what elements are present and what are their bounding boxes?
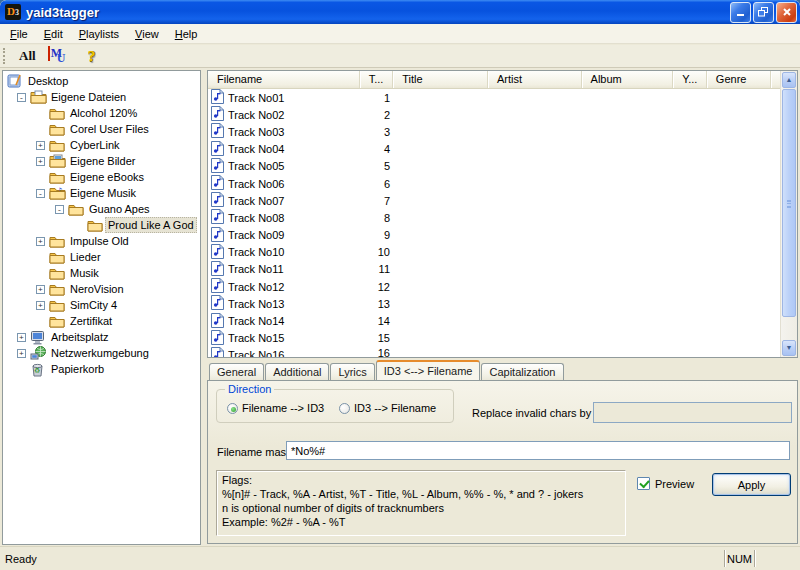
collapse-toggle-icon[interactable]: - (17, 93, 30, 102)
tree-indent (7, 193, 36, 194)
flags-help-line: %[n]# - Track, %A - Artist, %T - Title, … (222, 487, 620, 501)
radio-option-filename-id3[interactable]: Filename --> ID3 (227, 402, 324, 414)
tree-item-impulse-old[interactable]: +Impulse Old (3, 233, 200, 249)
toolbar-grip-handle[interactable] (3, 48, 8, 64)
tree-item-netzwerkumgebung[interactable]: +Netzwerkumgebung (3, 345, 200, 361)
maximize-button[interactable] (753, 2, 774, 23)
file-row-track-no06[interactable]: Track No066 (208, 175, 780, 192)
file-row-track-no16[interactable]: Track No1616 (208, 347, 780, 357)
expand-toggle-icon[interactable]: + (36, 285, 49, 294)
tab-lyrics[interactable]: Lyrics (330, 363, 374, 380)
file-row-track-no15[interactable]: Track No1515 (208, 330, 780, 347)
filename-cell: Track No15 (208, 330, 362, 347)
expand-toggle-icon[interactable]: + (17, 333, 30, 342)
filename-text: Track No01 (224, 92, 284, 104)
tab-additional[interactable]: Additional (265, 363, 329, 380)
radio-button[interactable] (339, 403, 350, 414)
select-all-button[interactable]: All (13, 45, 42, 67)
filename-mask-input[interactable] (286, 441, 790, 460)
menu-playlists[interactable]: Playlists (71, 26, 127, 42)
expand-toggle-icon[interactable]: + (36, 301, 49, 310)
tab-general[interactable]: General (209, 363, 264, 380)
tree-item-eigene-musik[interactable]: -♪Eigene Musik (3, 185, 200, 201)
radio-option-id3-filename[interactable]: ID3 --> Filename (339, 402, 436, 414)
file-row-track-no13[interactable]: Track No1313 (208, 295, 780, 312)
folder-icon (49, 251, 67, 264)
tree-item-proud-like-a-god[interactable]: Proud Like A God (3, 217, 200, 233)
file-row-track-no04[interactable]: Track No044 (208, 141, 780, 158)
tree-item-guano-apes[interactable]: -Guano Apes (3, 201, 200, 217)
title-bar[interactable]: D3 yaid3tagger (0, 0, 800, 24)
apply-button[interactable]: Apply (712, 473, 791, 496)
tree-item-cyberlink[interactable]: +CyberLink (3, 137, 200, 153)
scroll-thumb[interactable] (782, 89, 796, 317)
column-header-title[interactable]: Title (393, 71, 488, 88)
tab-id3-filename[interactable]: ID3 <--> Filename (376, 360, 481, 380)
preview-option[interactable]: Preview (637, 477, 694, 490)
expand-toggle-icon[interactable]: + (36, 157, 49, 166)
tree-item-eigene-bilder[interactable]: +Eigene Bilder (3, 153, 200, 169)
tree-item-papierkorb[interactable]: ♻Papierkorb (3, 361, 200, 377)
column-header-y[interactable]: Y... (673, 71, 707, 88)
tree-item-lieder[interactable]: Lieder (3, 249, 200, 265)
tree-item-arbeitsplatz[interactable]: +Arbeitsplatz (3, 329, 200, 345)
file-row-track-no10[interactable]: Track No1010 (208, 244, 780, 261)
scroll-up-button[interactable]: ▲ (782, 72, 796, 88)
music-tagger-button[interactable]: M U (42, 45, 74, 67)
collapse-toggle-icon[interactable]: - (55, 205, 68, 214)
expand-toggle-icon[interactable]: + (36, 141, 49, 150)
track-number-cell: 4 (362, 143, 396, 155)
column-header-album[interactable]: Album (582, 71, 674, 88)
track-icon (211, 141, 224, 158)
computer-icon (30, 330, 48, 345)
tag-panel: GeneralAdditionalLyricsID3 <--> Filename… (207, 360, 798, 544)
tree-item-corel-user-files[interactable]: Corel User Files (3, 121, 200, 137)
tree-item-musik[interactable]: Musik (3, 265, 200, 281)
tree-item-eigene-ebooks[interactable]: Eigene eBooks (3, 169, 200, 185)
column-header-t[interactable]: T... (360, 71, 394, 88)
column-header-artist[interactable]: Artist (488, 71, 582, 88)
track-number-cell: 11 (362, 263, 396, 275)
file-row-track-no12[interactable]: Track No1212 (208, 278, 780, 295)
minimize-button[interactable] (730, 2, 751, 23)
folder-icon (49, 315, 67, 328)
menu-edit[interactable]: Edit (36, 26, 71, 42)
radio-button[interactable] (227, 403, 238, 414)
file-row-track-no07[interactable]: Track No077 (208, 192, 780, 209)
menu-file[interactable]: File (2, 26, 36, 42)
file-list: FilenameT...TitleArtistAlbumY...Genre Tr… (207, 70, 798, 358)
menu-help[interactable]: Help (167, 26, 206, 42)
tree-item-desktop[interactable]: Desktop (3, 73, 200, 89)
file-row-track-no05[interactable]: Track No055 (208, 158, 780, 175)
tree-item-alcohol-120-[interactable]: Alcohol 120% (3, 105, 200, 121)
track-number-cell: 3 (362, 126, 396, 138)
help-button[interactable]: ? (82, 45, 102, 67)
num-lock-indicator: NUM (724, 550, 754, 567)
close-button[interactable] (776, 2, 797, 23)
vertical-scrollbar[interactable]: ▲ ▼ (780, 71, 797, 357)
tree-item-eigene-dateien[interactable]: -Eigene Dateien (3, 89, 200, 105)
file-row-track-no02[interactable]: Track No022 (208, 106, 780, 123)
scroll-down-button[interactable]: ▼ (782, 340, 796, 356)
menu-view[interactable]: View (127, 26, 167, 42)
filename-cell: Track No04 (208, 141, 362, 158)
tree-item-simcity-4[interactable]: +SimCity 4 (3, 297, 200, 313)
file-row-track-no03[interactable]: Track No033 (208, 123, 780, 140)
expand-toggle-icon[interactable]: + (36, 237, 49, 246)
file-row-track-no11[interactable]: Track No1111 (208, 261, 780, 278)
file-row-track-no08[interactable]: Track No088 (208, 209, 780, 226)
tree-item-nerovision[interactable]: +NeroVision (3, 281, 200, 297)
column-header-genre[interactable]: Genre (707, 71, 771, 88)
column-header-filename[interactable]: Filename (208, 71, 360, 88)
replace-invalid-chars-input[interactable] (593, 402, 792, 423)
preview-checkbox[interactable] (637, 477, 650, 490)
file-row-track-no09[interactable]: Track No099 (208, 227, 780, 244)
expand-toggle-icon[interactable]: + (17, 349, 30, 358)
file-row-track-no01[interactable]: Track No011 (208, 89, 780, 106)
tree-item-zertifikat[interactable]: Zertifikat (3, 313, 200, 329)
track-icon (211, 192, 224, 209)
tree-item-label: Impulse Old (67, 234, 132, 248)
collapse-toggle-icon[interactable]: - (36, 189, 49, 198)
tab-capitalization[interactable]: Capitalization (481, 363, 563, 380)
file-row-track-no14[interactable]: Track No1414 (208, 312, 780, 329)
